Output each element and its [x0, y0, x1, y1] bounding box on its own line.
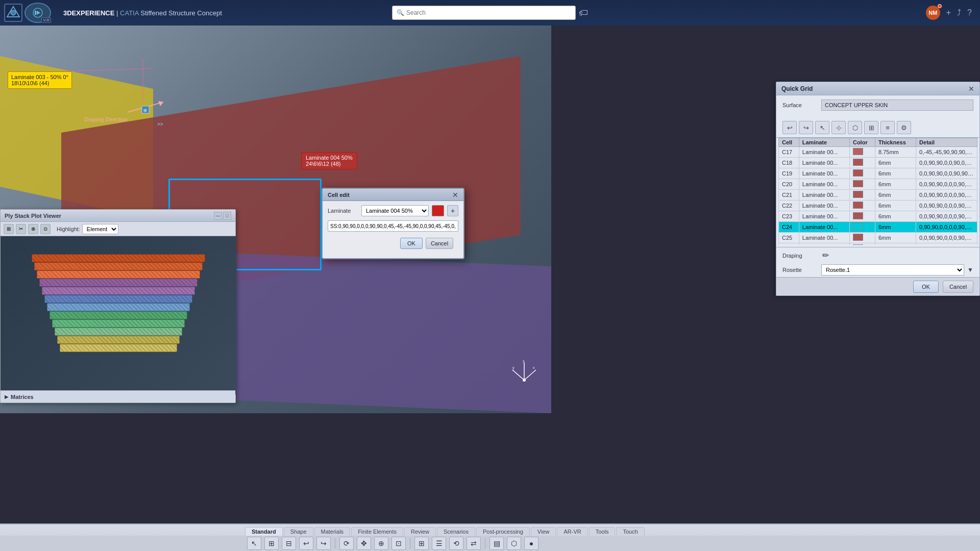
ply-layer-8	[52, 319, 185, 328]
color-swatch-cell	[849, 179, 875, 190]
col-detail: Detail	[916, 138, 977, 147]
toolbar-3d-icon[interactable]: ⬡	[507, 537, 521, 550]
table-row[interactable]: C17 Laminate 00... 8.75mm 0,-45,-45,90,9…	[779, 147, 977, 158]
qg-tool-cursor[interactable]: ↖	[815, 121, 829, 134]
cell-edit-close-button[interactable]: ✕	[452, 191, 458, 199]
tab-touch[interactable]: Touch	[616, 527, 644, 536]
laminate-field-label: Laminate	[328, 208, 358, 214]
thickness-value: 6mm	[875, 168, 916, 179]
table-row[interactable]: C23 Laminate 00... 6mm 0,0,90,90,0,0,0,9…	[779, 211, 977, 222]
thickness-value: 6mm	[875, 243, 916, 245]
tab-ar-vr[interactable]: AR-VR	[557, 527, 587, 536]
toolbar-sync-icon[interactable]: ⇄	[467, 537, 481, 550]
quick-grid-panel: Quick Grid ✕ Surface CONCEPT UPPER SKIN …	[776, 82, 980, 296]
search-box[interactable]: 🔍	[392, 6, 576, 20]
quick-grid-cancel-button[interactable]: Cancel	[943, 281, 973, 293]
qg-tool-arrow-left[interactable]: ↩	[782, 121, 797, 134]
ply-restore-button[interactable]: □	[223, 212, 231, 220]
table-header: Cell Laminate Color Thickness Detail	[779, 138, 977, 147]
tab-review[interactable]: Review	[404, 527, 436, 536]
tab-post-processing[interactable]: Post-processing	[476, 527, 530, 536]
ply-minimize-button[interactable]: —	[214, 212, 222, 220]
share-icon[interactable]: ⤴	[957, 8, 961, 17]
rosette-select[interactable]: Rosette.1	[821, 264, 964, 276]
tab-shape[interactable]: Shape	[284, 527, 313, 536]
search-input[interactable]	[406, 9, 571, 16]
table-row[interactable]: C26 Laminate 00... 6mm 0,0,90,90,0,0,0,9…	[779, 243, 977, 245]
cell-id: C18	[779, 158, 799, 168]
matrices-footer: ▶ Matrices	[1, 390, 235, 403]
rosette-expand-icon[interactable]: ▼	[967, 266, 973, 273]
table-row[interactable]: C18 Laminate 00... 6mm 0,0,90,90,0,0,90,…	[779, 158, 977, 168]
qg-tool-grid[interactable]: ⊞	[864, 121, 878, 134]
tab-finite-elements[interactable]: Finite Elements	[351, 527, 403, 536]
cell-id: C22	[779, 201, 799, 211]
toolbar-select-icon[interactable]: ↖	[247, 537, 261, 550]
col-thickness: Thickness	[875, 138, 916, 147]
highlight-select[interactable]: Element	[82, 224, 118, 234]
tab-materials[interactable]: Materials	[314, 527, 351, 536]
color-swatch-cell	[849, 201, 875, 211]
tab-scenarios[interactable]: Scenarios	[437, 527, 475, 536]
quick-grid-table: Cell Laminate Color Thickness Detail C17…	[778, 138, 977, 245]
thickness-value: 8.75mm	[875, 147, 916, 158]
toolbar-redo-icon[interactable]: ↪	[316, 537, 331, 550]
table-row[interactable]: C20 Laminate 00... 6mm 0,0,90,90,0,0,0,9…	[779, 179, 977, 190]
table-row[interactable]: C22 Laminate 00... 6mm 0,0,90,90,0,0,0,9…	[779, 201, 977, 211]
ply-tool-2[interactable]: ✂	[16, 224, 26, 234]
ply-tool-3[interactable]: ⊕	[28, 224, 38, 234]
toolbar-hide-icon[interactable]: ☰	[432, 537, 446, 550]
tab-view[interactable]: View	[531, 527, 556, 536]
ply-tool-1[interactable]: ⊞	[4, 224, 14, 234]
cell-edit-ok-button[interactable]: OK	[400, 238, 423, 249]
toolbar-refresh-icon[interactable]: ⟲	[449, 537, 463, 550]
qg-tool-arrow-right[interactable]: ↪	[799, 121, 813, 134]
tab-standard[interactable]: Standard	[245, 527, 283, 536]
toolbar-sphere-icon[interactable]: ●	[524, 537, 538, 550]
toolbar-grid-icon[interactable]: ⊞	[414, 537, 429, 550]
qg-tool-lasso[interactable]: ⬡	[848, 121, 862, 134]
qg-tool-select[interactable]: ⊹	[831, 121, 846, 134]
quick-grid-ok-button[interactable]: OK	[913, 281, 939, 293]
table-row[interactable]: C24 Laminate 00... 6mm 0,90,90,0,0,0,0,9…	[779, 222, 977, 233]
laminate-name: Laminate 00...	[799, 243, 849, 245]
detail-value: 0,0,90,90,0,0,90,0,0,45,-45,-...	[916, 158, 977, 168]
help-icon[interactable]: ?	[967, 8, 972, 17]
laminate-select[interactable]: Laminate 004 50%	[361, 205, 429, 216]
toolbar-undo-icon[interactable]: ↩	[299, 537, 313, 550]
tab-tools[interactable]: Tools	[589, 527, 616, 536]
toolbar-table-icon[interactable]: ▤	[489, 537, 504, 550]
bookmark-icon[interactable]: 🏷	[579, 8, 588, 18]
qg-tool-settings[interactable]: ⚙	[897, 121, 911, 134]
ply-tool-4[interactable]: ⊙	[40, 224, 51, 234]
table-row[interactable]: C19 Laminate 00... 6mm 0,0,90,90,0,0,90,…	[779, 168, 977, 179]
table-row[interactable]: C25 Laminate 00... 6mm 0,0,90,90,0,0,0,9…	[779, 233, 977, 243]
toolbar-zoom-icon[interactable]: ⊕	[374, 537, 388, 550]
detail-value: 0,0,90,90,0,0,0,90,90,0,0,45,-45,-...	[916, 190, 977, 201]
quick-grid-close-button[interactable]: ✕	[968, 85, 974, 93]
table-row[interactable]: C21 Laminate 00... 6mm 0,0,90,90,0,0,0,9…	[779, 190, 977, 201]
toolbar-rotate-icon[interactable]: ⟳	[339, 537, 354, 550]
cell-edit-cancel-button[interactable]: Cancel	[426, 238, 453, 249]
sequence-input[interactable]	[328, 220, 458, 232]
play-button-group[interactable]: V.R	[24, 3, 51, 23]
quick-grid-table-wrapper: Cell Laminate Color Thickness Detail C17…	[776, 138, 979, 245]
toolbar-copy-icon[interactable]: ⊞	[264, 537, 279, 550]
notification-badge	[938, 4, 942, 8]
ply-layer-5	[44, 295, 192, 303]
add-laminate-button[interactable]: +	[447, 205, 458, 216]
ply-layer-6	[47, 303, 190, 311]
draping-arrows: >>	[157, 121, 163, 127]
toolbar-separator-3	[485, 538, 485, 548]
add-icon[interactable]: +	[946, 8, 951, 17]
color-swatch-cell	[849, 233, 875, 243]
toolbar-paste-icon[interactable]: ⊟	[282, 537, 296, 550]
toolbar-fit-icon[interactable]: ⊡	[391, 537, 406, 550]
toolbar-move-icon[interactable]: ✥	[357, 537, 371, 550]
draping-edit-icon[interactable]: ✏	[822, 251, 829, 260]
user-avatar[interactable]: NM	[926, 6, 940, 20]
qg-tool-stack[interactable]: ≡	[880, 121, 895, 134]
laminate-row: Laminate Laminate 004 50% +	[328, 205, 458, 216]
laminate-color-swatch[interactable]	[432, 205, 444, 216]
laminate-name: Laminate 00...	[799, 179, 849, 190]
